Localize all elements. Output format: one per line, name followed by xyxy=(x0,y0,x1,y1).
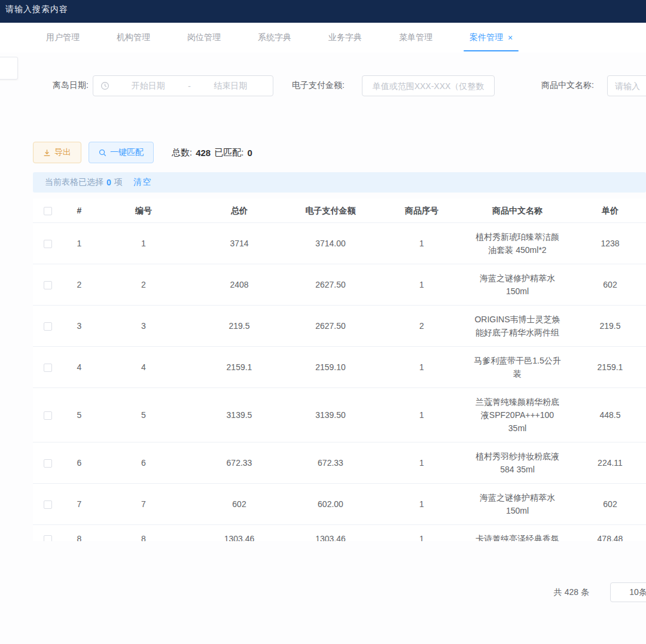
cell-epay: 672.33 xyxy=(287,442,374,483)
one-click-match-label: 一键匹配 xyxy=(110,147,144,158)
table-body: 1137143714.001植村秀新琥珀臻萃洁颜油套装 450ml*212382… xyxy=(33,222,646,541)
table-row: 881303.461303.461卡诗菁纯亮泽经典香氛478.48 xyxy=(33,524,646,541)
table-row: 33219.52627.502ORIGINS韦博士灵芝焕能好底子精华水两件组21… xyxy=(33,305,646,346)
cell-code: 2 xyxy=(96,264,191,305)
top-navbar: 请输入搜索内容 xyxy=(0,0,646,23)
tab-case-management[interactable]: 案件管理 × xyxy=(456,23,526,53)
cell-seq: 1 xyxy=(374,387,470,442)
table-row: 77602602.001海蓝之谜修护精萃水 150ml602 xyxy=(33,483,646,524)
cell-name: 海蓝之谜修护精萃水 150ml xyxy=(470,483,565,524)
date-start-placeholder: 开始日期 xyxy=(113,81,184,91)
cell-total: 1303.46 xyxy=(191,524,287,541)
cell-code: 1 xyxy=(96,222,191,264)
search-icon xyxy=(99,149,106,157)
cell-code: 6 xyxy=(96,442,191,483)
cell-unit: 602 xyxy=(565,483,646,524)
row-checkbox[interactable] xyxy=(44,322,52,331)
selection-suffix: 项 xyxy=(114,177,123,188)
cell-epay: 2159.10 xyxy=(287,346,374,387)
global-search-input[interactable]: 请输入搜索内容 xyxy=(5,4,68,15)
select-all-cell xyxy=(33,199,63,222)
tab-post-management[interactable]: 岗位管理 xyxy=(174,23,234,53)
row-select-cell xyxy=(33,346,63,387)
cell-name: 卡诗菁纯亮泽经典香氛 xyxy=(470,524,565,541)
row-checkbox[interactable] xyxy=(44,411,52,420)
cell-unit: 2159.1 xyxy=(565,346,646,387)
header-unit-price: 单价 xyxy=(565,199,646,222)
cell-seq: 1 xyxy=(374,222,470,264)
select-all-checkbox[interactable] xyxy=(44,207,52,215)
cell-code: 7 xyxy=(96,483,191,524)
cell-total: 3714 xyxy=(191,222,287,264)
product-name-label: 商品中文名称: xyxy=(541,80,594,91)
one-click-match-button[interactable]: 一键匹配 xyxy=(89,142,154,163)
row-checkbox[interactable] xyxy=(44,459,52,468)
product-name-input[interactable] xyxy=(608,76,646,96)
download-icon xyxy=(43,149,51,157)
cell-name: 海蓝之谜修护精萃水 150ml xyxy=(470,264,565,305)
row-checkbox[interactable] xyxy=(44,364,52,372)
tab-org-management[interactable]: 机构管理 xyxy=(103,23,163,53)
cell-seq: 1 xyxy=(374,346,470,387)
cell-epay: 3139.50 xyxy=(287,387,374,442)
table-row: 442159.12159.101马爹利蓝带干邑1.5公升装2159.1 xyxy=(33,346,646,387)
cell-unit: 224.11 xyxy=(565,442,646,483)
table-row: 66672.33672.331植村秀羽纱持妆粉底液584 35ml224.11 xyxy=(33,442,646,483)
header-total-price: 总价 xyxy=(191,199,287,222)
date-range-picker[interactable]: 开始日期 - 结束日期 xyxy=(93,75,273,96)
row-checkbox[interactable] xyxy=(44,535,52,541)
row-checkbox[interactable] xyxy=(44,500,52,509)
cell-index: 4 xyxy=(63,346,96,387)
table-row: 1137143714.001植村秀新琥珀臻萃洁颜油套装 450ml*21238 xyxy=(33,222,646,264)
row-select-cell xyxy=(33,524,63,541)
export-button-label: 导出 xyxy=(54,147,71,158)
tab-user-management[interactable]: 用户管理 xyxy=(33,23,93,53)
row-checkbox[interactable] xyxy=(44,240,52,248)
cell-index: 8 xyxy=(63,524,96,541)
cell-total: 3139.5 xyxy=(191,387,287,442)
row-checkbox[interactable] xyxy=(44,281,52,289)
date-range-separator: - xyxy=(184,81,196,91)
epay-amount-field-box xyxy=(362,75,495,96)
cell-unit: 1238 xyxy=(565,222,646,264)
case-table: # 编号 总价 电子支付金额 商品序号 商品中文名称 单价 1137143714… xyxy=(33,199,646,541)
row-select-cell xyxy=(33,305,63,346)
cell-seq: 1 xyxy=(374,264,470,305)
cell-name: 植村秀羽纱持妆粉底液584 35ml xyxy=(470,442,565,483)
cell-total: 2408 xyxy=(191,264,287,305)
cell-total: 2159.1 xyxy=(191,346,287,387)
row-select-cell xyxy=(33,264,63,305)
header-product-name: 商品中文名称 xyxy=(470,199,565,222)
export-button[interactable]: 导出 xyxy=(33,142,81,163)
total-count-value: 428 xyxy=(196,148,211,158)
epay-amount-input[interactable] xyxy=(362,76,494,96)
header-code: 编号 xyxy=(96,199,191,222)
cell-code: 5 xyxy=(96,387,191,442)
cell-unit: 219.5 xyxy=(565,305,646,346)
total-count-label: 总数: xyxy=(172,147,192,158)
date-end-placeholder: 结束日期 xyxy=(196,81,266,91)
tab-menu-management[interactable]: 菜单管理 xyxy=(386,23,446,53)
filter-bar: 离岛日期: 开始日期 - 结束日期 电子支付金额: 商品中文名称: xyxy=(0,75,646,97)
close-icon[interactable]: × xyxy=(508,33,513,42)
case-table-grid: # 编号 总价 电子支付金额 商品序号 商品中文名称 单价 1137143714… xyxy=(33,199,646,541)
pagination-bar: 共 428 条 10条/页 xyxy=(0,582,646,603)
cell-total: 219.5 xyxy=(191,305,287,346)
cell-total: 602 xyxy=(191,483,287,524)
table-row: 553139.53139.501兰蔻菁纯臻颜精华粉底液SPF20PA+++100… xyxy=(33,387,646,442)
cell-index: 2 xyxy=(63,264,96,305)
page-size-select[interactable]: 10条/页 xyxy=(610,582,646,602)
tab-system-dict[interactable]: 系统字典 xyxy=(245,23,304,53)
tab-bar: 用户管理 机构管理 岗位管理 系统字典 业务字典 菜单管理 案件管理 × xyxy=(0,23,646,53)
cell-seq: 1 xyxy=(374,483,470,524)
table-row: 2224082627.501海蓝之谜修护精萃水 150ml602 xyxy=(33,264,646,305)
matched-count-value: 0 xyxy=(247,148,252,158)
selection-info-bar: 当前表格已选择 0 项 清空 xyxy=(33,172,646,193)
cell-epay: 2627.50 xyxy=(287,305,374,346)
clear-selection-link[interactable]: 清空 xyxy=(133,177,153,188)
cell-index: 7 xyxy=(63,483,96,524)
cell-name: ORIGINS韦博士灵芝焕能好底子精华水两件组 xyxy=(470,305,565,346)
tab-business-dict[interactable]: 业务字典 xyxy=(315,23,375,53)
row-select-cell xyxy=(33,483,63,524)
cell-seq: 2 xyxy=(374,305,470,346)
